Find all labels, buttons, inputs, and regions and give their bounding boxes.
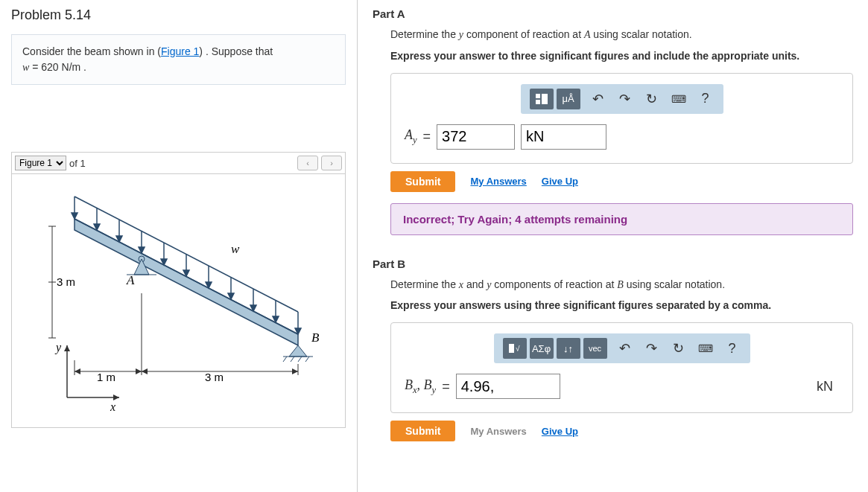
symbols-icon[interactable]: ΑΣφ (530, 338, 554, 359)
part-a-submit-row: Submit My Answers Give Up (390, 171, 853, 192)
svg-marker-49 (142, 368, 148, 374)
part-b-give-up-link[interactable]: Give Up (542, 426, 578, 437)
svg-rect-54 (509, 344, 514, 353)
part-b-unit: kN (817, 379, 839, 394)
problem-title: Problem 5.14 (11, 7, 346, 23)
part-a-give-up-link[interactable]: Give Up (542, 176, 578, 187)
x-axis-label: x (110, 400, 115, 412)
next-figure-button[interactable]: › (321, 156, 342, 170)
figure-link[interactable]: Figure 1 (161, 45, 199, 57)
part-a-submit-button[interactable]: Submit (390, 171, 455, 192)
reset-icon[interactable]: ↻ (670, 339, 688, 357)
dim-1m: 1 m (97, 371, 115, 383)
part-b-instruction: Determine the x and y components of reac… (373, 278, 853, 293)
updown-icon[interactable]: ↓↑ (557, 338, 580, 359)
keyboard-icon[interactable]: ⌨ (697, 339, 715, 357)
figure-panel: Figure 1 of 1 ‹ › y x 3 m (11, 152, 346, 428)
part-b-submit-row: Submit My Answers Give Up (390, 421, 853, 441)
svg-text:√: √ (516, 345, 520, 353)
help-icon[interactable]: ? (723, 339, 741, 357)
redo-icon[interactable]: ↷ (616, 90, 634, 108)
figure-count: of 1 (69, 158, 86, 169)
part-b-title: Part B (373, 258, 853, 270)
part-a-unit-input[interactable] (521, 124, 606, 150)
svg-marker-8 (75, 219, 298, 345)
svg-rect-51 (536, 94, 540, 98)
figure-body: y x 3 m (12, 174, 345, 427)
svg-line-38 (283, 357, 287, 362)
part-a-my-answers-link[interactable]: My Answers (470, 176, 526, 187)
part-a-answer-box: μÅ ↶ ↷ ↻ ⌨ ? Ay = (390, 73, 853, 164)
svg-line-41 (305, 357, 309, 362)
templates-icon[interactable] (530, 89, 554, 109)
help-icon[interactable]: ? (697, 90, 715, 108)
svg-marker-50 (292, 368, 298, 374)
figure-header: Figure 1 of 1 ‹ › (12, 153, 345, 174)
redo-icon[interactable]: ↷ (643, 339, 661, 357)
keyboard-icon[interactable]: ⌨ (670, 90, 688, 108)
units-icon[interactable]: μÅ (557, 89, 580, 109)
part-b-submit-button[interactable]: Submit (390, 421, 455, 441)
point-b-label: B (311, 330, 320, 345)
svg-line-39 (291, 357, 294, 362)
part-a-title: Part A (373, 7, 853, 20)
part-a-instruction: Determine the y component of reaction at… (373, 28, 853, 42)
figure-nav: ‹ › (297, 156, 342, 170)
dim-3m-v: 3 m (57, 275, 75, 288)
svg-line-40 (298, 357, 302, 362)
undo-icon[interactable]: ↶ (589, 90, 607, 108)
reset-icon[interactable]: ↻ (643, 90, 661, 108)
svg-marker-47 (136, 368, 142, 374)
figure-select[interactable]: Figure 1 (15, 156, 66, 170)
svg-marker-36 (289, 345, 307, 357)
part-a-value-input[interactable] (437, 124, 515, 150)
dim-3m-h: 3 m (205, 371, 224, 383)
var-ay: Ay (405, 127, 417, 146)
svg-marker-12 (72, 213, 77, 219)
undo-icon[interactable]: ↶ (616, 339, 634, 357)
context-box: Consider the beam shown in (Figure 1) . … (11, 34, 346, 85)
svg-marker-1 (113, 394, 119, 400)
part-b-my-answers-link[interactable]: My Answers (470, 426, 526, 437)
part-b-value-input[interactable] (456, 374, 560, 399)
vec-icon[interactable]: vec (583, 338, 607, 359)
point-a-label: A (126, 273, 135, 287)
answers-pane: Part A Determine the y component of reac… (358, 0, 868, 492)
w-value: = 620 N/m . (29, 61, 86, 73)
part-a-answer-row: Ay = (405, 124, 839, 150)
part-a-feedback: Incorrect; Try Again; 4 attempts remaini… (390, 203, 853, 235)
context-text: ) . Suppose that (199, 45, 273, 57)
part-a-toolbar: μÅ ↶ ↷ ↻ ⌨ ? (521, 84, 723, 114)
var-bx-by: Bx, By (405, 377, 436, 396)
part-a-format: Express your answer to three significant… (373, 50, 853, 62)
w-var: w (22, 62, 29, 73)
context-text: Consider the beam shown in ( (22, 45, 161, 57)
svg-rect-52 (542, 94, 548, 104)
beam-diagram: y x 3 m (30, 189, 328, 412)
templates-icon[interactable]: √ (503, 338, 527, 359)
prev-figure-button[interactable]: ‹ (297, 156, 318, 170)
part-b-format: Express your answers using three signifi… (373, 299, 853, 311)
y-axis-label: y (54, 341, 62, 354)
part-b-answer-box: √ ΑΣφ ↓↑ vec ↶ ↷ ↻ ⌨ ? Bx, By = kN (390, 322, 853, 413)
part-b-toolbar: √ ΑΣφ ↓↑ vec ↶ ↷ ↻ ⌨ ? (494, 333, 750, 363)
load-label: w (231, 242, 240, 256)
problem-pane: Problem 5.14 Consider the beam shown in … (0, 0, 358, 492)
svg-rect-53 (536, 100, 540, 104)
part-b-answer-row: Bx, By = kN (405, 374, 839, 399)
svg-marker-46 (75, 368, 80, 374)
svg-marker-3 (64, 345, 70, 351)
